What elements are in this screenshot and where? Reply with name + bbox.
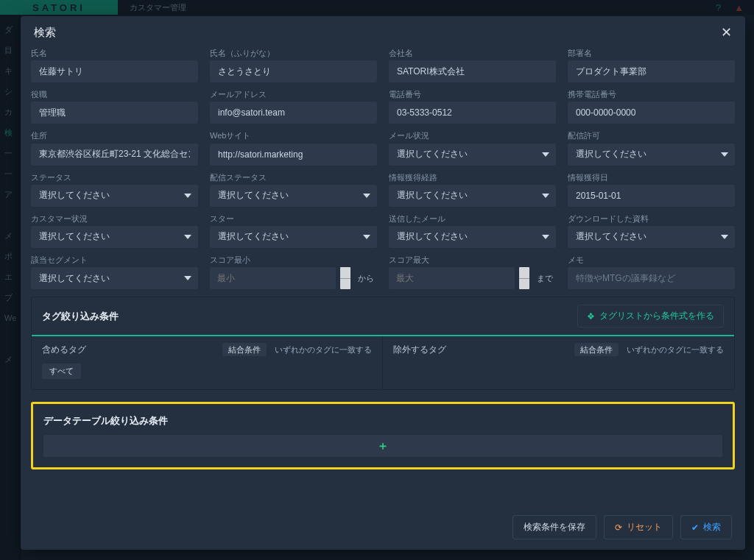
chevron-down-icon — [542, 194, 549, 198]
refresh-icon: ⟳ — [615, 522, 622, 533]
memo-input[interactable] — [568, 267, 735, 289]
segment-select[interactable]: 選択してください — [31, 267, 198, 289]
label-cust-status: カスタマー状況 — [31, 214, 198, 224]
label-deliver-st: 配信ステータス — [210, 173, 377, 182]
label-score-max: スコア最大 — [389, 255, 556, 265]
score-max-input[interactable] — [389, 267, 515, 289]
make-tag-condition-button[interactable]: ❖ タグリストから条件式を作る — [577, 305, 724, 327]
join-condition-chip[interactable]: 結合条件 — [222, 343, 267, 356]
close-icon[interactable]: ✕ — [721, 24, 732, 40]
search-button[interactable]: ✔ 検索 — [680, 515, 732, 539]
chevron-down-icon — [721, 152, 728, 157]
match-text: いずれかのタグに一致する — [627, 345, 724, 354]
kana-input[interactable] — [210, 60, 377, 82]
tag-section-title: タグ絞り込み条件 — [42, 310, 119, 323]
dt-section-title: データテーブル絞り込み条件 — [43, 414, 722, 428]
label-segment: 該当セグメント — [31, 255, 198, 265]
chevron-down-icon — [542, 235, 549, 239]
plus-icon: ＋ — [377, 439, 389, 454]
label-company: 会社名 — [389, 49, 556, 58]
add-condition-button[interactable]: ＋ — [43, 435, 722, 457]
label-sent-mail: 送信したメール — [389, 214, 556, 224]
score-max-suffix: まで — [534, 273, 556, 284]
match-text: いずれかのタグに一致する — [275, 345, 372, 354]
label-score-min: スコア最小 — [210, 255, 377, 265]
label-info-route: 情報獲得経路 — [389, 173, 556, 182]
role-input[interactable] — [31, 102, 198, 124]
mail-status-select[interactable]: 選択してください — [389, 143, 556, 166]
tag-filter-section: タグ絞り込み条件 ❖ タグリストから条件式を作る 含めるタグ 結合条件 いずれか… — [31, 297, 735, 390]
label-tel: 電話番号 — [389, 90, 556, 99]
label-address: 住所 — [31, 131, 198, 141]
email-input[interactable] — [210, 102, 377, 124]
chevron-down-icon — [363, 194, 370, 198]
label-dl-docs: ダウンロードした資料 — [568, 214, 735, 224]
chevron-down-icon — [363, 235, 370, 239]
score-min-input[interactable] — [210, 267, 336, 289]
join-condition-chip[interactable]: 結合条件 — [574, 343, 619, 356]
search-modal: 検索 ✕ 氏名 氏名（ふりがな） 会社名 部署名 役職 メールアドレス 電話番号… — [21, 16, 745, 550]
tag-icon: ❖ — [587, 311, 595, 322]
dl-docs-select[interactable]: 選択してください — [568, 226, 735, 248]
save-conditions-button[interactable]: 検索条件を保存 — [512, 515, 596, 539]
company-input[interactable] — [389, 60, 556, 82]
datatable-filter-section: データテーブル絞り込み条件 ＋ — [31, 402, 735, 469]
label-role: 役職 — [31, 90, 198, 99]
chevron-down-icon — [542, 152, 549, 157]
info-route-select[interactable]: 選択してください — [389, 185, 556, 207]
score-min-suffix: から — [355, 273, 377, 284]
label-delivery-ok: 配信許可 — [568, 131, 735, 141]
all-tags-chip[interactable]: すべて — [42, 364, 81, 379]
delivery-ok-select[interactable]: 選択してください — [568, 143, 735, 166]
label-info-date: 情報獲得日 — [568, 173, 735, 182]
check-icon: ✔ — [691, 522, 699, 533]
label-website: Webサイト — [210, 131, 377, 141]
info-date-input[interactable] — [568, 185, 735, 207]
mobile-input[interactable] — [568, 102, 735, 124]
label-mail-status: メール状況 — [389, 131, 556, 141]
modal-title: 検索 — [34, 26, 56, 40]
chevron-down-icon — [184, 194, 191, 198]
sent-mail-select[interactable]: 選択してください — [389, 226, 556, 248]
stepper-icon[interactable] — [519, 267, 529, 289]
include-tags-label: 含めるタグ — [42, 344, 86, 356]
website-input[interactable] — [210, 143, 377, 166]
label-mobile: 携帯電話番号 — [568, 90, 735, 99]
status-select[interactable]: 選択してください — [31, 185, 198, 207]
label-dept: 部署名 — [568, 49, 735, 58]
exclude-tags-label: 除外するタグ — [393, 344, 446, 356]
reset-button[interactable]: ⟳ リセット — [604, 515, 673, 539]
stepper-icon[interactable] — [340, 267, 350, 289]
chevron-down-icon — [184, 235, 191, 239]
label-star: スター — [210, 214, 377, 224]
star-select[interactable]: 選択してください — [210, 226, 377, 248]
deliver-st-select[interactable]: 選択してください — [210, 185, 377, 207]
address-input[interactable] — [31, 143, 198, 166]
label-name: 氏名 — [31, 49, 198, 58]
label-memo: メモ — [568, 255, 735, 265]
chevron-down-icon — [184, 276, 191, 280]
dept-input[interactable] — [568, 60, 735, 82]
cust-status-select[interactable]: 選択してください — [31, 226, 198, 248]
chevron-down-icon — [721, 235, 728, 239]
label-email: メールアドレス — [210, 90, 377, 99]
label-status: ステータス — [31, 173, 198, 182]
name-input[interactable] — [31, 60, 198, 82]
tel-input[interactable] — [389, 102, 556, 124]
label-kana: 氏名（ふりがな） — [210, 49, 377, 58]
